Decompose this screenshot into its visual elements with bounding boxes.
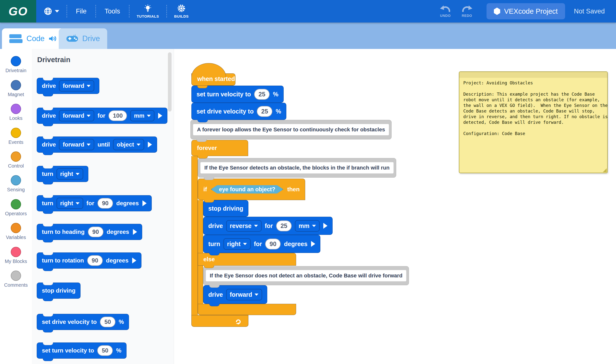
palette-block-turn-for[interactable]: turn right for 90 degrees xyxy=(37,195,152,211)
sidebar-item-operators[interactable]: Operators xyxy=(0,199,32,217)
main-area: Drivetrain Magnet Looks Events Control S… xyxy=(0,49,616,364)
number-input[interactable]: 25 xyxy=(254,89,270,100)
set-drive-velocity-block[interactable]: set drive velocity to 25 % xyxy=(191,103,286,120)
drive-forward-block[interactable]: drive forward xyxy=(203,285,267,304)
if-block-header[interactable]: if eye found an object? then xyxy=(198,179,305,200)
number-input[interactable]: 90 xyxy=(265,238,281,249)
category-sidebar: Drivetrain Magnet Looks Events Control S… xyxy=(0,49,32,364)
palette-block-drive-until[interactable]: drive forward until object xyxy=(37,136,157,153)
note-header-band[interactable] xyxy=(459,72,607,78)
units-dropdown[interactable]: mm xyxy=(130,110,154,121)
block-bump xyxy=(197,86,208,88)
builds-button[interactable]: BUILDS xyxy=(167,4,196,18)
sidebar-item-my-blocks[interactable]: My Blocks xyxy=(0,247,32,264)
number-input[interactable]: 100 xyxy=(108,110,127,121)
tab-drive[interactable]: Drive xyxy=(59,28,107,49)
project-note[interactable]: Project: Avoiding Obstacles Description:… xyxy=(459,71,608,173)
number-input[interactable]: 25 xyxy=(276,221,292,231)
eye-found-object-condition[interactable]: eye found an object? xyxy=(212,183,283,195)
palette-block-stop-driving[interactable]: stop driving xyxy=(37,283,80,299)
block-palette: Drivetrain drive forward drive forward f… xyxy=(32,49,174,364)
expand-arrow-icon[interactable] xyxy=(158,113,162,119)
direction-dropdown[interactable]: forward xyxy=(59,139,94,150)
comment-block[interactable]: If the Eye Sensor detects an obstacle, t… xyxy=(198,158,396,178)
language-menu[interactable] xyxy=(36,7,66,16)
number-input[interactable]: 90 xyxy=(88,227,104,237)
expand-arrow-icon[interactable] xyxy=(148,142,152,147)
project-name-button[interactable]: VEXcode Project xyxy=(486,3,565,19)
tab-code[interactable]: Code xyxy=(2,28,64,49)
number-input[interactable]: 90 xyxy=(97,198,113,209)
palette-block-set-drive-velocity[interactable]: set drive velocity to 50 % xyxy=(37,314,129,330)
sidebar-item-magnet[interactable]: Magnet xyxy=(0,80,32,97)
dropdown-value: mm xyxy=(134,112,144,119)
comment-block[interactable]: If the Eye Sensor does not detect an obs… xyxy=(203,266,409,285)
loop-arrow-icon xyxy=(235,318,242,325)
sidebar-item-variables[interactable]: Variables xyxy=(0,223,32,240)
direction-dropdown[interactable]: reverse xyxy=(226,220,262,232)
forever-block-header[interactable]: forever xyxy=(191,140,248,156)
comment-text: A forever loop allows the Eye Sensor to … xyxy=(193,124,389,135)
palette-block-turn[interactable]: turn right xyxy=(37,166,88,182)
dropdown-value: right xyxy=(60,170,73,177)
expand-arrow-icon[interactable] xyxy=(311,241,315,247)
tutorials-label: TUTORIALS xyxy=(137,14,159,18)
hexagon-icon xyxy=(494,8,500,15)
category-label: Magnet xyxy=(8,92,24,97)
tutorials-button[interactable]: TUTORIALS xyxy=(130,4,166,18)
sidebar-item-events[interactable]: Events xyxy=(0,128,32,145)
sidebar-item-sensing[interactable]: Sensing xyxy=(0,175,32,193)
expand-arrow-icon[interactable] xyxy=(132,258,136,263)
expand-arrow-icon[interactable] xyxy=(323,223,328,229)
expand-arrow-icon[interactable] xyxy=(143,200,147,206)
forever-block-footer[interactable] xyxy=(191,315,249,327)
condition-slot[interactable]: eye found an object? xyxy=(211,185,283,194)
palette-block-drive-for[interactable]: drive forward for 100 mm xyxy=(37,108,167,124)
turn-right-block[interactable]: turn right for 90 degrees xyxy=(203,235,320,253)
dropdown-value: forward xyxy=(63,112,84,119)
turn-direction-dropdown[interactable]: right xyxy=(223,238,251,250)
number-input[interactable]: 50 xyxy=(100,317,116,327)
block-label: set turn velocity to xyxy=(42,347,94,354)
sidebar-item-control[interactable]: Control xyxy=(0,151,32,169)
expand-arrow-icon[interactable] xyxy=(133,229,137,235)
sidebar-item-looks[interactable]: Looks xyxy=(0,104,32,121)
palette-scrollbar[interactable] xyxy=(168,52,171,112)
direction-dropdown[interactable]: forward xyxy=(59,110,94,121)
units-dropdown[interactable]: mm xyxy=(295,220,319,232)
speaker-icon[interactable] xyxy=(49,35,57,42)
note-text[interactable]: Project: Avoiding Obstacles Description:… xyxy=(463,80,605,170)
when-started-block[interactable]: when started xyxy=(191,63,236,86)
turn-direction-dropdown[interactable]: right xyxy=(56,168,83,180)
stop-driving-block[interactable]: stop driving xyxy=(203,200,249,217)
undo-button[interactable]: UNDO xyxy=(435,5,456,18)
object-dropdown[interactable]: object xyxy=(113,139,144,150)
direction-dropdown[interactable]: forward xyxy=(59,80,94,91)
note-resize-handle[interactable] xyxy=(603,168,607,172)
palette-block-drive[interactable]: drive forward xyxy=(37,78,99,94)
number-input[interactable]: 90 xyxy=(87,255,103,266)
number-input[interactable]: 50 xyxy=(97,345,113,356)
number-input[interactable]: 25 xyxy=(257,106,272,117)
redo-button[interactable]: REDO xyxy=(456,5,478,18)
tools-menu[interactable]: Tools xyxy=(96,8,129,15)
comment-text: If the Eye Sensor detects an obstacle, t… xyxy=(200,162,393,173)
sidebar-item-comments[interactable]: Comments xyxy=(0,271,32,288)
drive-reverse-block[interactable]: drive reverse for 25 mm xyxy=(203,217,333,235)
palette-block-set-turn-velocity[interactable]: set turn velocity to 50 % xyxy=(37,342,127,359)
block-bump xyxy=(197,139,207,142)
file-menu[interactable]: File xyxy=(67,8,95,15)
chevron-down-icon xyxy=(76,173,79,175)
palette-block-turn-to-heading[interactable]: turn to heading 90 degrees xyxy=(37,224,142,240)
project-name: VEXcode Project xyxy=(504,7,558,15)
block-label: set drive velocity to xyxy=(42,318,97,325)
sidebar-item-drivetrain[interactable]: Drivetrain xyxy=(0,56,32,73)
comment-block[interactable]: A forever loop allows the Eye Sensor to … xyxy=(190,120,392,139)
block-label: then xyxy=(287,186,300,193)
palette-block-turn-to-rotation[interactable]: turn to rotation 90 degrees xyxy=(37,252,142,269)
lightbulb-icon xyxy=(144,4,152,13)
turn-direction-dropdown[interactable]: right xyxy=(56,198,83,209)
chevron-down-icon xyxy=(87,143,91,146)
direction-dropdown[interactable]: forward xyxy=(226,289,262,300)
workspace-canvas[interactable]: when started set turn velocity to 25 % s… xyxy=(174,49,616,364)
